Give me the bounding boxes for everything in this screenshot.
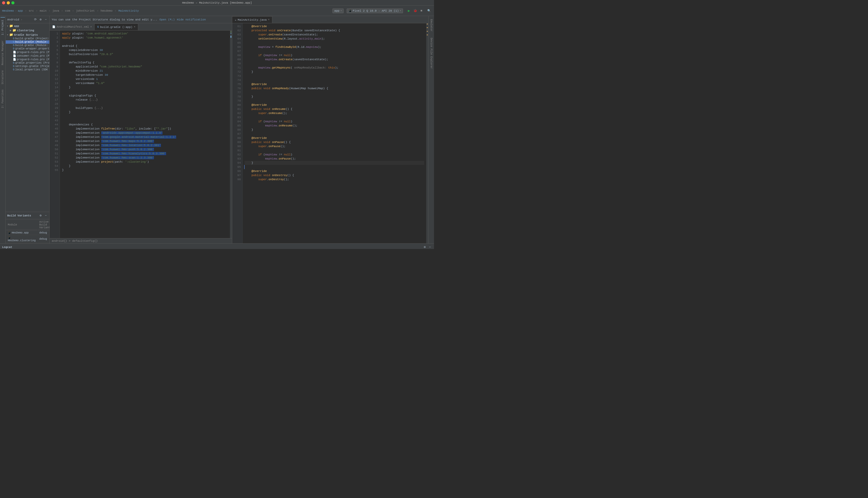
left-side-tabs: 1: Project Resource Manager Structure 2:… [0, 16, 6, 243]
build-variants-panel: Build Variants ⚙ − Module Active Build V… [6, 212, 49, 243]
device-file-explorer-tab[interactable]: Device File Explorer [429, 36, 433, 71]
tab-mainactivity-close[interactable]: × [268, 18, 269, 21]
code-editor-container: 12345 678910 1112131415 161728 29414243 … [50, 30, 232, 243]
code-content[interactable]: apply plugin: 'com.android.application' … [60, 30, 230, 238]
right-panel-tabs: ☕ MainActivity.java × [232, 16, 428, 23]
module-label[interactable]: app [18, 9, 23, 12]
tab-androidmanifest[interactable]: 📄 AndroidManifest.xml × [50, 24, 95, 30]
notification-bar: You can use the Project Structure dialog… [50, 16, 232, 23]
logcat-panel: Logcat ⚙ − No connected devices No debug… [0, 243, 434, 249]
tab-build-gradle-label: build.gradle (:app) [100, 26, 132, 29]
debug-button[interactable]: 🐞 [412, 8, 418, 14]
project-tab[interactable]: 1: Project [1, 17, 5, 37]
tab-build-gradle[interactable]: G build.gradle (:app) × [95, 24, 138, 30]
run-config-dropdown[interactable]: app ▾ [333, 9, 343, 13]
tree-item-clustering[interactable]: ▶ 📁 clustering [6, 28, 49, 32]
tree-item-local-properties[interactable]: G local.properties (SDK Location) [6, 68, 49, 71]
build-variants-table: Module Active Build Variant 📱HmsDemo.app… [6, 219, 50, 243]
breadcrumb-footer-text: android{} > defaultConfig{} [52, 239, 98, 243]
resource-manager-tab[interactable]: Resource Manager [1, 38, 5, 67]
gear-icon[interactable]: ⚙ [39, 17, 43, 22]
tree-item-proguard2[interactable]: 📄 proguard-rules.pro (ProGuard Rules for… [6, 58, 49, 61]
tree-item-proguard1[interactable]: 📄 proguard-rules.pro (ProGuard Rules for… [6, 50, 49, 54]
tree-item-consumer-rules[interactable]: 📄 consumer-rules.pro (ProGuard Rules for… [6, 54, 49, 58]
build-variants-body: 📱HmsDemo.app debug 📱HmsDemo.clustering d… [6, 231, 50, 243]
bv-row-app[interactable]: 📱HmsDemo.app debug [6, 231, 50, 235]
project-panel-header: Android ▾ ⟳ ⚙ − [6, 16, 49, 23]
close-button[interactable] [2, 1, 5, 4]
tab-mainactivity[interactable]: ☕ MainActivity.java × [232, 16, 272, 23]
logcat-settings-icon[interactable]: ⚙ [423, 245, 427, 249]
project-label[interactable]: HmsDemo [2, 9, 14, 12]
tab-mainactivity-label: MainActivity.java [238, 18, 267, 22]
device-label: Pixel 2 Q 10.0 - API 29 (1) [353, 9, 398, 12]
right-panel: ☕ MainActivity.java × 6162636465 6667686… [232, 16, 428, 243]
project-panel: Android ▾ ⟳ ⚙ − ▾ 📁 app ▶ 📁 clustering ▾ [6, 16, 50, 243]
tree-item-app[interactable]: ▾ 📁 app [6, 24, 49, 28]
bv-variant-app: debug [38, 231, 50, 235]
editor-tabs: 📄 AndroidManifest.xml × G build.gradle (… [50, 23, 232, 30]
line-numbers: 12345 678910 1112131415 161728 29414243 … [50, 30, 60, 238]
tab-androidmanifest-close[interactable]: × [90, 26, 92, 28]
hide-notification-button[interactable]: Hide notification [177, 18, 206, 21]
minimize-button[interactable] [7, 1, 10, 4]
mainactivity-editor: 6162636465 6667686970 7172737475 7677787… [232, 23, 428, 243]
tree-item-build-gradle-app[interactable]: G build.gradle (Module: HmsDemo.app) [6, 40, 49, 44]
bv-col-variant: Active Build Variant [38, 220, 50, 230]
open-project-structure-button[interactable]: Open (⌘;) [159, 18, 175, 21]
search-button[interactable]: 🔍 [426, 8, 432, 14]
logcat-header: Logcat ⚙ − [0, 244, 434, 249]
main-toolbar: HmsDemo › app › src › main › java › com … [0, 6, 434, 16]
run-config-label: app [334, 9, 339, 12]
code-editor: 12345 678910 1112131415 161728 29414243 … [50, 30, 232, 238]
device-selector[interactable]: 📱 Pixel 2 Q 10.0 - API 29 (1) ▾ [347, 9, 403, 13]
tree-item-gradle-properties[interactable]: G gradle.properties (Project Properties) [6, 61, 49, 65]
logcat-title: Logcat [2, 246, 12, 249]
stop-button[interactable]: ■ [419, 8, 424, 14]
tree-item-gradle-wrapper[interactable]: G gradle-wrapper.properties (Gradle Vers… [6, 47, 49, 50]
tree-item-build-gradle-clustering[interactable]: G build.gradle (Module: HmsDemo.clusteri… [6, 44, 49, 47]
build-variants-title: Build Variants [7, 214, 38, 217]
editor-area: You can use the Project Structure dialog… [50, 16, 232, 243]
tree-item-gradle-scripts[interactable]: ▾ 📁 Gradle Scripts [6, 32, 49, 37]
android-dropdown[interactable]: Android ▾ [7, 18, 32, 21]
structure-tab[interactable]: Structure [1, 68, 5, 86]
main-layout: 1: Project Resource Manager Structure 2:… [0, 16, 434, 243]
logcat-collapse-icon[interactable]: − [428, 245, 432, 249]
run-button[interactable]: ▶ [406, 8, 412, 14]
bv-variant-clustering: debug [38, 236, 50, 243]
bv-module-app: 📱HmsDemo.app [6, 231, 37, 235]
tree-item-build-gradle-project[interactable]: G build.gradle (Project: HmsDemo) [6, 37, 49, 40]
collapse-icon[interactable]: − [44, 17, 48, 22]
editor-scrollbar[interactable] [230, 30, 232, 238]
tab-build-gradle-close[interactable]: × [134, 26, 135, 28]
window-controls[interactable] [2, 1, 14, 4]
notification-text: You can use the Project Structure dialog… [52, 18, 157, 21]
sync-icon[interactable]: ⟳ [33, 17, 38, 22]
tab-androidmanifest-label: AndroidManifest.xml [57, 25, 89, 28]
maximize-button[interactable] [11, 1, 14, 4]
mainactivity-line-numbers: 6162636465 6667686970 7172737475 7677787… [232, 23, 243, 243]
project-tree: ▾ 📁 app ▶ 📁 clustering ▾ 📁 Gradle Script… [6, 23, 49, 212]
bookmarks-tab[interactable]: 2: Favorites [1, 88, 5, 110]
bv-module-clustering: 📱HmsDemo.clustering [6, 236, 37, 243]
bv-col-module: Module [6, 220, 37, 230]
breadcrumb-mainactivity[interactable]: MainActivity [118, 9, 139, 12]
bv-collapse-icon[interactable]: − [44, 213, 48, 218]
tree-item-settings-gradle[interactable]: G settings.gradle (Project Settings) [6, 65, 49, 68]
editor-breadcrumb-footer: android{} > defaultConfig{} [50, 238, 232, 243]
build-variants-header: Build Variants ⚙ − [6, 212, 49, 219]
titlebar: HmsDemo – MainActivity.java [HmsDemo.app… [0, 0, 434, 6]
emulator-tab[interactable]: Emulator [429, 17, 433, 34]
bv-gear-icon[interactable]: ⚙ [39, 213, 43, 218]
right-side-tabs: Emulator Device File Explorer [428, 16, 434, 243]
mainactivity-code[interactable]: @Override protected void onCreate(Bundle… [243, 23, 426, 243]
mainactivity-scrollbar[interactable] [426, 23, 428, 243]
bv-row-clustering[interactable]: 📱HmsDemo.clustering debug [6, 236, 50, 243]
window-title: HmsDemo – MainActivity.java [HmsDemo.app… [182, 1, 252, 4]
